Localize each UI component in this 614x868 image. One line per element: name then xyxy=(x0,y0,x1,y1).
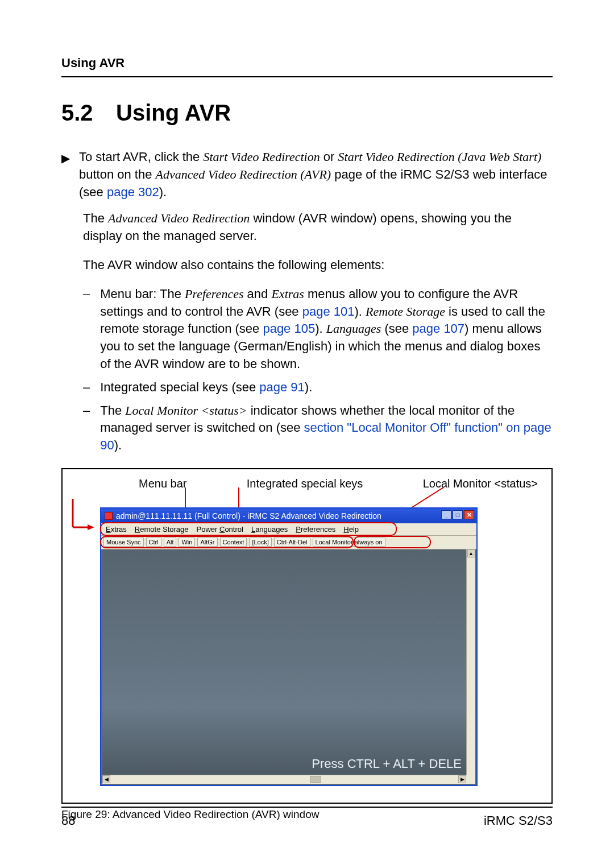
btn-local-monitor-status[interactable]: Local Monitor always on xyxy=(313,538,385,547)
close-button[interactable]: ✕ xyxy=(464,510,474,519)
list-item-menubar: – Menu bar: The Preferences and Extras m… xyxy=(83,286,553,373)
menu-remote-storage[interactable]: Remote Storage xyxy=(135,525,189,534)
label-localmon: Local Monitor <status> xyxy=(423,477,538,490)
page-302-link[interactable]: page 302 xyxy=(107,185,159,199)
list-item-keys: – Integrated special keys (see page 91). xyxy=(83,379,553,396)
avr-window-opens: The Advanced Video Redirection window (A… xyxy=(83,210,553,245)
figure-29: Menu bar Integrated special keys Local M… xyxy=(61,468,553,804)
btn-altgr[interactable]: AltGr xyxy=(197,538,217,547)
scroll-right-icon[interactable]: ▶ xyxy=(458,775,466,783)
scroll-left-icon[interactable]: ◀ xyxy=(102,775,110,783)
scroll-thumb[interactable] xyxy=(310,776,321,783)
running-header: Using AVR xyxy=(61,56,553,71)
avr-menubar[interactable]: Extras Remote Storage Power Control Lang… xyxy=(101,523,476,536)
horizontal-scrollbar[interactable]: ◀ ▶ xyxy=(102,775,466,784)
svg-marker-7 xyxy=(88,524,94,530)
scroll-corner xyxy=(466,775,475,784)
menu-preferences[interactable]: Preferences xyxy=(296,525,335,534)
btn-ctrl-alt-del[interactable]: Ctrl-Alt-Del xyxy=(274,538,310,547)
btn-lock[interactable]: [Lock] xyxy=(249,538,271,547)
figure-labels: Menu bar Integrated special keys Local M… xyxy=(139,477,538,490)
start-avr-text: To start AVR, click the Start Video Redi… xyxy=(79,148,553,201)
header-rule xyxy=(61,76,553,77)
dash-icon: – xyxy=(83,379,90,396)
btn-context[interactable]: Context xyxy=(220,538,247,547)
btn-alt[interactable]: Alt xyxy=(164,538,177,547)
avr-title-text: admin@111.11.11.11 (Full Control) - iRMC… xyxy=(116,511,381,520)
minimize-button[interactable]: _ xyxy=(441,510,451,519)
avr-window: admin@111.11.11.11 (Full Control) - iRMC… xyxy=(100,507,478,786)
page-number: 88 xyxy=(61,813,75,828)
app-icon xyxy=(105,512,113,520)
menu-languages[interactable]: Languages xyxy=(251,525,288,534)
label-keys: Integrated special keys xyxy=(247,477,363,490)
btn-ctrl[interactable]: Ctrl xyxy=(146,538,161,547)
page-105-link[interactable]: page 105 xyxy=(263,321,315,336)
section-heading: Using AVR xyxy=(116,100,231,125)
triangle-icon: ▶ xyxy=(61,150,70,166)
avr-elements-intro: The AVR window also contains the followi… xyxy=(83,257,553,274)
list-item-localmon: – The Local Monitor <status> indicator s… xyxy=(83,402,553,454)
dash-icon: – xyxy=(83,402,90,420)
page-101-link[interactable]: page 101 xyxy=(302,304,355,319)
btn-mouse-sync[interactable]: Mouse Sync xyxy=(103,538,144,547)
maximize-button[interactable]: □ xyxy=(453,510,463,519)
avr-toolbar: Mouse Sync Ctrl Alt Win AltGr Context [L… xyxy=(101,536,476,549)
press-ctrl-alt-del-text: Press CTRL + ALT + DELE xyxy=(312,757,462,771)
label-menubar: Menu bar xyxy=(139,477,187,490)
page-footer: 88 iRMC S2/S3 xyxy=(61,791,553,828)
vertical-scrollbar[interactable]: ▲ xyxy=(466,549,475,775)
btn-win[interactable]: Win xyxy=(179,538,195,547)
menu-power-control[interactable]: Power Control xyxy=(197,525,243,534)
start-avr-bullet: ▶ To start AVR, click the Start Video Re… xyxy=(61,148,553,201)
footer-rule xyxy=(61,807,553,808)
doc-id: iRMC S2/S3 xyxy=(484,813,553,828)
menu-help[interactable]: Help xyxy=(343,525,359,534)
page: Using AVR 5.2Using AVR ▶ To start AVR, c… xyxy=(0,0,614,868)
page-91-link[interactable]: page 91 xyxy=(259,380,305,394)
window-controls: _ □ ✕ xyxy=(441,510,474,519)
scroll-up-icon[interactable]: ▲ xyxy=(467,549,475,557)
dash-list: – Menu bar: The Preferences and Extras m… xyxy=(83,286,553,454)
dash-icon: – xyxy=(83,286,90,303)
page-107-link[interactable]: page 107 xyxy=(412,321,464,336)
avr-titlebar[interactable]: admin@111.11.11.11 (Full Control) - iRMC… xyxy=(101,509,476,523)
annotation-arrow-side xyxy=(69,499,94,533)
section-title: 5.2Using AVR xyxy=(61,100,553,126)
section-number: 5.2 xyxy=(61,100,116,126)
menu-extras[interactable]: Extras xyxy=(106,525,127,534)
avr-remote-screen[interactable]: Press CTRL + ALT + DELE xyxy=(102,549,466,775)
